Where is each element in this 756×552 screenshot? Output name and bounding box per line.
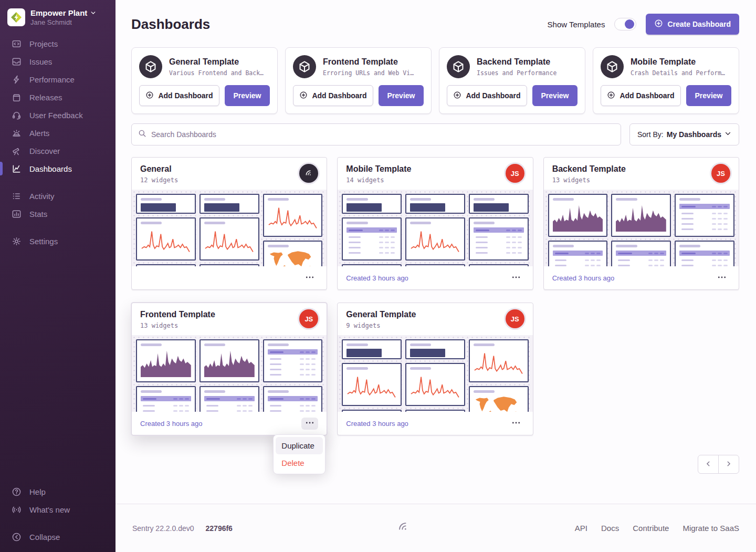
add-dashboard-button[interactable]: Add Dashboard — [293, 85, 373, 106]
sidebar-item-what-s-new[interactable]: What's new — [0, 501, 116, 518]
add-dashboard-button[interactable]: Add Dashboard — [447, 85, 527, 106]
footer-links: APIDocsContributeMigrate to SaaS — [575, 524, 739, 533]
created-timestamp: Created 3 hours ago — [552, 274, 615, 282]
help-icon — [12, 487, 22, 497]
card-options-button[interactable] — [301, 418, 318, 430]
footer-link-migrate-to-saas[interactable]: Migrate to SaaS — [682, 524, 739, 533]
create-dashboard-button[interactable]: Create Dashboard — [646, 14, 739, 35]
sidebar-item-issues[interactable]: Issues — [0, 53, 116, 70]
sidebar-item-help[interactable]: Help — [0, 483, 116, 501]
created-timestamp: Created 3 hours ago — [140, 420, 203, 428]
preview-button[interactable]: Preview — [379, 85, 424, 106]
mini-widget-area — [136, 339, 196, 382]
created-timestamp: Created 3 hours ago — [346, 274, 408, 282]
pagination-next-button[interactable] — [718, 455, 739, 474]
sidebar-item-label: Releases — [29, 93, 62, 102]
mini-widget-area — [611, 194, 671, 237]
template-subtitle: Crash Details and Perform… — [631, 69, 725, 77]
card-options-button[interactable] — [508, 272, 524, 284]
dashboard-card[interactable]: Mobile Template14 widgetsJSCreated 3 hou… — [337, 157, 533, 290]
sidebar-item-dashboards[interactable]: Dashboards — [0, 160, 116, 178]
dashboard-preview — [338, 335, 532, 412]
sidebar-bottom-nav: HelpWhat's newCollapse — [0, 483, 116, 552]
dashboard-card-title: Backend Template — [552, 164, 730, 174]
preview-button[interactable]: Preview — [225, 85, 270, 106]
dashboard-widget-count: 13 widgets — [140, 322, 318, 329]
template-subtitle: Various Frontend and Back… — [169, 69, 264, 77]
menu-item-delete[interactable]: Delete — [276, 454, 323, 472]
sidebar-item-releases[interactable]: Releases — [0, 88, 116, 106]
template-subtitle: Issues and Performance — [477, 69, 556, 77]
sort-label: Sort By: — [637, 130, 664, 139]
template-card: Backend TemplateIssues and PerformanceAd… — [439, 47, 585, 114]
footer-link-api[interactable]: API — [575, 524, 587, 533]
templates-row: General TemplateVarious Frontend and Bac… — [131, 47, 739, 114]
preview-button[interactable]: Preview — [686, 85, 731, 106]
mini-widget-table — [469, 217, 529, 261]
main: Dashboards Show Templates Create Dashboa… — [116, 0, 756, 552]
mini-widget-stub — [405, 264, 465, 266]
card-options-button[interactable] — [301, 272, 318, 284]
template-title: General Template — [169, 57, 264, 67]
mini-widget-map — [469, 386, 529, 412]
dashboard-card[interactable]: General Template9 widgetsJSCreated 3 hou… — [337, 303, 533, 435]
add-dashboard-button[interactable]: Add Dashboard — [601, 85, 681, 106]
footer-link-docs[interactable]: Docs — [601, 524, 619, 533]
pagination-prev-button[interactable] — [698, 455, 719, 474]
mini-widget-tablecut — [611, 241, 671, 266]
dashboard-preview — [132, 335, 327, 412]
template-card: Mobile TemplateCrash Details and Perform… — [593, 47, 739, 114]
mini-widget-tablecut — [136, 386, 196, 412]
template-subtitle: Erroring URLs and Web Vi… — [323, 69, 414, 77]
user-feedback-icon — [12, 110, 22, 120]
menu-item-duplicate[interactable]: Duplicate — [276, 437, 323, 454]
sort-by-dropdown[interactable]: Sort By: My Dashboards — [629, 123, 739, 145]
sidebar-item-discover[interactable]: Discover — [0, 142, 116, 160]
sidebar-item-label: User Feedback — [29, 111, 83, 120]
sidebar-item-settings[interactable]: Settings — [0, 232, 116, 250]
sidebar-item-label: Projects — [29, 39, 58, 48]
sidebar-item-performance[interactable]: Performance — [0, 70, 116, 88]
dashboard-card[interactable]: Backend Template13 widgetsJSCreated 3 ho… — [543, 157, 739, 290]
dashboard-card[interactable]: General12 widgets — [131, 157, 327, 290]
add-dashboard-label: Add Dashboard — [466, 91, 520, 100]
show-templates-toggle[interactable] — [614, 18, 636, 30]
preview-button[interactable]: Preview — [532, 85, 578, 106]
sidebar-item-collapse[interactable]: Collapse — [0, 528, 116, 546]
sidebar-nav: ProjectsIssuesPerformanceReleasesUser Fe… — [0, 35, 116, 250]
dashboard-widget-count: 12 widgets — [140, 176, 318, 184]
plus-circle-icon — [607, 91, 615, 101]
dashboard-card[interactable]: Frontend Template13 widgetsJSCreated 3 h… — [131, 303, 327, 435]
mini-widget-area — [548, 194, 608, 237]
add-dashboard-label: Add Dashboard — [158, 91, 213, 100]
page-header: Dashboards Show Templates Create Dashboa… — [131, 14, 739, 35]
sort-value: My Dashboards — [667, 130, 721, 139]
sidebar-item-alerts[interactable]: Alerts — [0, 124, 116, 142]
footer-link-contribute[interactable]: Contribute — [633, 524, 669, 533]
sidebar-item-label: Activity — [29, 192, 55, 201]
sidebar-item-stats[interactable]: Stats — [0, 205, 116, 223]
card-options-button[interactable] — [713, 272, 730, 284]
search-input[interactable] — [151, 130, 614, 139]
activity-icon — [12, 191, 22, 201]
template-cube-icon — [293, 55, 316, 78]
add-dashboard-button[interactable]: Add Dashboard — [139, 85, 219, 106]
mini-widget-stub — [200, 264, 259, 266]
ellipsis-icon — [511, 274, 521, 283]
mini-widget-bignum — [405, 339, 465, 359]
sidebar-item-label: What's new — [29, 505, 70, 514]
org-switcher[interactable]: Empower Plant Jane Schmidt — [0, 6, 116, 35]
ellipsis-icon — [717, 274, 727, 283]
sidebar-item-label: Issues — [29, 57, 52, 66]
footer-build-hash: 22796f6 — [206, 524, 233, 533]
mini-widget-stub — [136, 264, 196, 266]
mini-widget-stub — [469, 264, 529, 266]
mini-widget-line — [342, 363, 402, 406]
dashboards-icon — [12, 164, 22, 174]
sidebar-item-activity[interactable]: Activity — [0, 187, 116, 205]
mini-widget-bignum — [200, 194, 259, 214]
issues-icon — [12, 57, 22, 67]
sidebar-item-user-feedback[interactable]: User Feedback — [0, 106, 116, 124]
card-options-button[interactable] — [508, 418, 524, 430]
sidebar-item-projects[interactable]: Projects — [0, 35, 116, 53]
